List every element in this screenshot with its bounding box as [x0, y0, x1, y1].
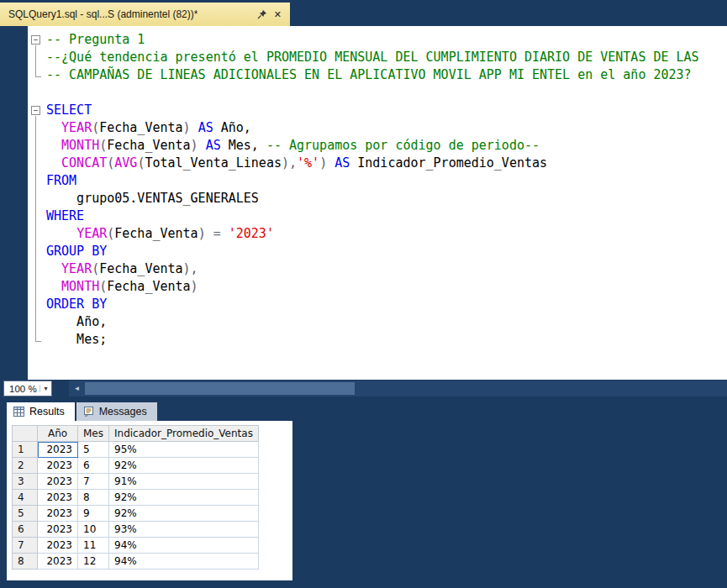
grid-cell[interactable]: 92% [109, 458, 259, 474]
results-pane: AñoMesIndicador_Promedio_Ventas12023595%… [7, 421, 292, 580]
tab-messages[interactable]: Messages [76, 402, 157, 421]
grid-cell[interactable]: 12 [78, 554, 109, 570]
code-text: -- Pregunta 1 [46, 31, 145, 49]
fold-margin: − [28, 102, 46, 119]
code-text: ORDER BY [46, 296, 107, 313]
fold-margin [28, 137, 46, 155]
code-line: YEAR(Fecha_Venta), [28, 260, 727, 278]
grid-cell[interactable]: 2023 [38, 442, 78, 458]
code-text: MONTH(Fecha_Venta) [46, 278, 198, 296]
tab-icons: ✕ [257, 9, 282, 19]
grid-cell[interactable]: 10 [78, 522, 109, 538]
row-number[interactable]: 1 [13, 442, 38, 458]
code-line: MONTH(Fecha_Venta) [28, 278, 727, 296]
tab-results[interactable]: Results [7, 402, 75, 421]
row-number[interactable]: 2 [13, 458, 38, 474]
collapse-icon[interactable]: − [31, 35, 40, 45]
sql-editor[interactable]: −-- Pregunta 1--¿Qué tendencia presentó … [28, 26, 727, 380]
code-text: MONTH(Fecha_Venta) AS Mes, -- Agrupamos … [46, 137, 540, 155]
code-line: FROM [28, 172, 727, 190]
code-line: WHERE [28, 207, 727, 225]
grid-cell[interactable]: 94% [109, 538, 259, 554]
editor-bottom-strip: 100 % ▾ ◄ [0, 380, 727, 397]
grid-cell[interactable]: 2023 [38, 490, 78, 506]
grid-row: 32023791% [13, 474, 259, 490]
horizontal-scrollbar[interactable] [85, 381, 727, 396]
grid-cell[interactable]: 6 [78, 458, 109, 474]
fold-margin [28, 313, 46, 331]
fold-margin [28, 278, 46, 296]
pin-icon[interactable] [257, 9, 267, 19]
grid-row: 22023692% [13, 458, 259, 474]
grid-cell[interactable]: 7 [78, 474, 109, 490]
code-text: YEAR(Fecha_Venta) AS Año, [46, 119, 251, 137]
code-line: GROUP BY [28, 243, 727, 260]
code-line: −-- Pregunta 1 [28, 31, 727, 49]
fold-margin [28, 155, 46, 172]
results-grid[interactable]: AñoMesIndicador_Promedio_Ventas12023595%… [12, 425, 259, 570]
fold-margin [28, 296, 46, 313]
document-tab[interactable]: SQLQuery1.sql - sql...S (adminentel (82)… [0, 3, 290, 26]
code-text: YEAR(Fecha_Venta), [46, 260, 198, 278]
grid-cell[interactable]: 2023 [38, 506, 78, 522]
chevron-down-icon: ▾ [40, 385, 51, 392]
grid-row: 12023595% [13, 442, 259, 458]
scrollbar-thumb[interactable] [85, 382, 355, 395]
grid-corner-cell[interactable] [13, 426, 38, 442]
zoom-combo[interactable]: 100 % ▾ [3, 381, 52, 396]
grid-cell[interactable]: 92% [109, 506, 259, 522]
scroll-left-button[interactable]: ◄ [69, 381, 85, 396]
results-tab-strip: Results Messages [0, 401, 727, 421]
grid-cell[interactable]: 2023 [38, 538, 78, 554]
row-number[interactable]: 4 [13, 490, 38, 506]
column-header-mes[interactable]: Mes [78, 426, 109, 442]
collapse-icon[interactable]: − [31, 106, 40, 115]
results-grid-icon [13, 407, 24, 417]
code-line: −SELECT [28, 102, 727, 119]
code-text: -- CAMPAÑAS DE LINEAS ADICIONALES EN EL … [46, 66, 692, 84]
code-text: Año, [46, 313, 107, 331]
code-text: FROM [46, 172, 76, 190]
code-line: grupo05.VENTAS_GENERALES [28, 190, 727, 207]
fold-margin [28, 49, 46, 66]
grid-cell[interactable]: 91% [109, 474, 259, 490]
grid-cell[interactable]: 2023 [38, 522, 78, 538]
code-text: Mes; [46, 331, 107, 349]
grid-cell[interactable]: 9 [78, 506, 109, 522]
grid-cell[interactable]: 2023 [38, 458, 78, 474]
code-line: Año, [28, 313, 727, 331]
row-number[interactable]: 5 [13, 506, 38, 522]
row-number[interactable]: 3 [13, 474, 38, 490]
grid-cell[interactable]: 92% [109, 490, 259, 506]
document-tab-bar: SQLQuery1.sql - sql...S (adminentel (82)… [0, 0, 727, 26]
row-number[interactable]: 7 [13, 538, 38, 554]
close-icon[interactable]: ✕ [274, 10, 282, 19]
grid-cell[interactable]: 94% [109, 554, 259, 570]
tab-results-label: Results [29, 406, 65, 417]
fold-margin [28, 243, 46, 260]
messages-icon [83, 407, 94, 417]
grid-cell[interactable]: 93% [109, 522, 259, 538]
grid-cell[interactable]: 2023 [38, 554, 78, 570]
grid-cell[interactable]: 8 [78, 490, 109, 506]
column-header-año[interactable]: Año [38, 426, 78, 442]
code-text: WHERE [46, 207, 84, 225]
grid-cell[interactable]: 11 [78, 538, 109, 554]
grid-cell[interactable]: 95% [109, 442, 259, 458]
column-header-indicador_promedio_ventas[interactable]: Indicador_Promedio_Ventas [109, 426, 259, 442]
row-number[interactable]: 6 [13, 522, 38, 538]
grid-row: 720231194% [13, 538, 259, 554]
code-text: SELECT [46, 102, 92, 119]
code-line [28, 84, 727, 102]
code-text: --¿Qué tendencia presentó el PROMEDIO ME… [46, 49, 699, 66]
fold-margin [28, 172, 46, 190]
row-number[interactable]: 8 [13, 554, 38, 570]
grid-cell[interactable]: 5 [78, 442, 109, 458]
fold-margin [28, 331, 46, 349]
code-text: GROUP BY [46, 243, 107, 260]
grid-cell[interactable]: 2023 [38, 474, 78, 490]
code-line: ORDER BY [28, 296, 727, 313]
code-line: --¿Qué tendencia presentó el PROMEDIO ME… [28, 49, 727, 66]
grid-row: 620231093% [13, 522, 259, 538]
tab-messages-label: Messages [99, 406, 147, 417]
